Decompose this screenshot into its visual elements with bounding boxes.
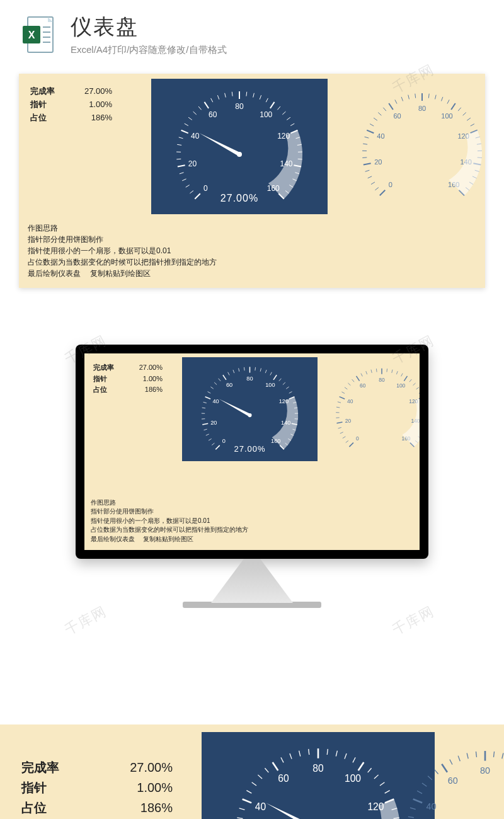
svg-line-115 <box>202 423 208 425</box>
svg-line-124 <box>219 379 220 381</box>
svg-text:0: 0 <box>356 435 359 442</box>
svg-text:60: 60 <box>209 110 217 119</box>
svg-line-70 <box>367 130 374 134</box>
svg-line-25 <box>217 95 219 100</box>
monitor-screen: 完成率27.00% 指针1.00% 占位186% 020406080100120… <box>76 345 428 559</box>
svg-text:40: 40 <box>255 801 266 812</box>
svg-line-176 <box>352 379 354 382</box>
svg-line-277 <box>428 776 432 780</box>
svg-line-60 <box>380 190 385 195</box>
svg-line-220 <box>237 818 243 818</box>
svg-line-281 <box>458 756 460 762</box>
svg-line-64 <box>365 170 370 171</box>
svg-line-77 <box>401 97 403 101</box>
svg-line-89 <box>471 124 474 126</box>
notes-heading: 作图思路 <box>91 498 248 508</box>
svg-line-177 <box>356 376 359 381</box>
svg-line-27 <box>232 92 232 96</box>
svg-line-126 <box>228 372 229 375</box>
svg-line-275 <box>417 791 422 793</box>
svg-line-189 <box>413 383 416 386</box>
svg-line-119 <box>203 402 207 403</box>
notes-line: 占位数据为当数据变化的时候可以把指针推到指定的地方 <box>28 256 217 268</box>
svg-line-138 <box>286 387 289 389</box>
svg-line-134 <box>270 372 272 375</box>
svg-line-136 <box>279 379 281 381</box>
svg-line-139 <box>289 392 292 394</box>
svg-text:20: 20 <box>345 418 352 424</box>
notes-line: 指针部分使用饼图制作 <box>28 234 217 245</box>
svg-line-128 <box>239 368 239 371</box>
svg-line-71 <box>370 124 374 126</box>
svg-line-32 <box>266 98 268 102</box>
gauge-value-label: 27.00% <box>182 444 318 454</box>
svg-text:X: X <box>28 30 35 40</box>
svg-text:80: 80 <box>379 377 385 383</box>
svg-line-113 <box>206 434 209 435</box>
gauge-value-label: 27.00% <box>151 193 328 204</box>
svg-text:20: 20 <box>210 420 217 426</box>
svg-text:0: 0 <box>222 438 226 444</box>
table-row: 指针1.00% <box>30 98 112 112</box>
svg-line-274 <box>413 799 422 803</box>
svg-line-83 <box>441 97 442 101</box>
svg-text:20: 20 <box>374 158 382 166</box>
svg-line-132 <box>260 368 261 371</box>
svg-line-178 <box>361 374 362 377</box>
svg-line-225 <box>258 775 262 779</box>
svg-line-85 <box>451 103 455 110</box>
svg-line-231 <box>309 749 309 755</box>
svg-line-34 <box>277 106 280 110</box>
svg-text:100: 100 <box>260 110 272 119</box>
svg-line-229 <box>290 753 292 759</box>
svg-line-62 <box>371 182 375 185</box>
gauge-chart-secondary: 020406080100120140160 <box>319 357 420 461</box>
svg-text:60: 60 <box>393 112 401 120</box>
table-row: 占位186% <box>30 112 112 125</box>
svg-line-114 <box>204 429 207 430</box>
svg-line-16 <box>177 144 181 145</box>
svg-text:100: 100 <box>441 112 452 120</box>
svg-line-19 <box>185 123 188 125</box>
svg-line-170 <box>336 407 340 408</box>
svg-line-272 <box>408 816 414 817</box>
svg-text:100: 100 <box>345 773 361 784</box>
preview-card-cropped: 完成率27.00% 指针1.00% 占位186% 020406080100120… <box>0 724 504 819</box>
svg-line-137 <box>283 382 285 385</box>
monitor-mockup: 完成率27.00% 指针1.00% 占位186% 020406080100120… <box>0 345 504 608</box>
svg-text:60: 60 <box>226 382 232 388</box>
svg-line-190 <box>416 387 419 389</box>
svg-line-238 <box>368 768 372 772</box>
svg-line-233 <box>327 749 328 755</box>
svg-line-73 <box>378 113 381 116</box>
table-row: 占位186% <box>93 384 163 396</box>
svg-line-279 <box>442 764 447 772</box>
svg-line-167 <box>336 422 342 423</box>
excel-file-icon: X <box>19 14 59 55</box>
svg-line-79 <box>415 94 416 98</box>
svg-line-172 <box>340 397 345 399</box>
svg-line-68 <box>363 144 367 144</box>
svg-text:80: 80 <box>418 105 426 112</box>
svg-line-166 <box>338 427 341 428</box>
svg-text:20: 20 <box>188 159 197 168</box>
data-table: 完成率27.00% 指针1.00% 占位186% <box>93 362 163 396</box>
preview-card-small: 完成率27.00% 指针1.00% 占位186% 020406080100120… <box>84 353 420 550</box>
gauge-chart-secondary: 020406080100120140160 <box>340 79 485 214</box>
svg-line-81 <box>428 94 429 98</box>
svg-text:40: 40 <box>191 132 200 140</box>
svg-line-23 <box>204 102 209 108</box>
svg-line-131 <box>255 367 256 370</box>
chart-notes: 作图思路 指针部分使用饼图制作 指针使用很小的一个扇形，数据可以是0.01 占位… <box>28 222 217 279</box>
svg-line-235 <box>345 753 346 759</box>
svg-text:80: 80 <box>480 765 490 776</box>
svg-line-35 <box>282 112 285 115</box>
svg-line-20 <box>188 117 192 120</box>
notes-line: 最后绘制仪表盘 复制粘贴到绘图区 <box>28 268 217 279</box>
svg-line-29 <box>246 92 247 96</box>
svg-line-36 <box>287 117 290 120</box>
svg-line-280 <box>450 759 452 764</box>
svg-line-183 <box>387 369 387 372</box>
svg-marker-160 <box>219 399 251 416</box>
svg-point-161 <box>248 413 251 417</box>
